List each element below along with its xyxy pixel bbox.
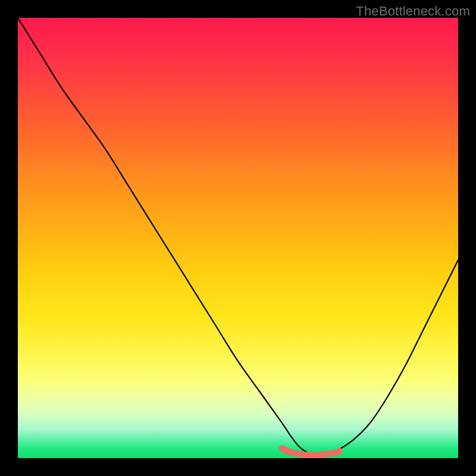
chart-container: TheBottleneck.com — [0, 0, 476, 476]
bottleneck-curve-line — [18, 18, 458, 455]
bottleneck-chart — [18, 18, 458, 458]
watermark-text: TheBottleneck.com — [356, 4, 470, 19]
optimal-zone-line — [282, 449, 339, 455]
plot-area — [18, 18, 458, 458]
